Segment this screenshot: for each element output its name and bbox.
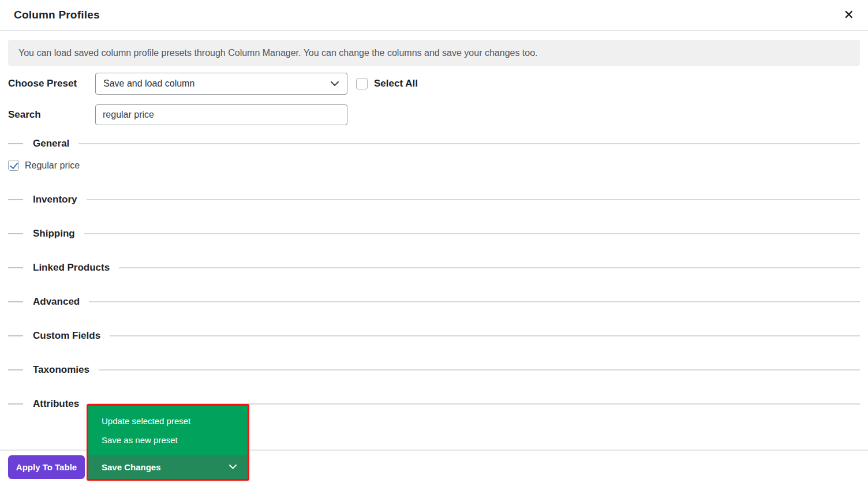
menu-item-save-as-new-preset[interactable]: Save as new preset (88, 435, 248, 445)
section-advanced: Advanced (8, 295, 860, 309)
checkbox-unchecked-icon[interactable] (356, 78, 368, 89)
close-icon[interactable]: ✕ (844, 9, 854, 21)
section-title: Inventory (33, 194, 77, 205)
select-all-checkbox[interactable]: Select All (356, 78, 418, 89)
save-changes-button[interactable]: Save Changes (88, 455, 248, 479)
search-label: Search (8, 109, 95, 121)
section-general: General (8, 137, 860, 151)
section-title: Advanced (33, 296, 80, 308)
search-row: Search (8, 104, 860, 125)
save-changes-label: Save Changes (102, 462, 161, 472)
info-banner: You can load saved column profile preset… (8, 40, 860, 66)
save-menu-items: Update selected preset Save as new prese… (88, 406, 248, 455)
section-title: Linked Products (33, 262, 110, 274)
search-input[interactable] (95, 104, 347, 125)
modal-body: You can load saved column profile preset… (0, 40, 868, 411)
apply-to-table-button[interactable]: Apply To Table (8, 455, 85, 479)
section-shipping: Shipping (8, 227, 860, 241)
preset-select-value: Save and load column (103, 78, 194, 89)
modal-header: Column Profiles ✕ (0, 0, 868, 31)
menu-item-update-selected-preset[interactable]: Update selected preset (88, 416, 248, 426)
save-changes-menu: Update selected preset Save as new prese… (87, 404, 249, 481)
section-title: General (33, 138, 69, 149)
checkbox-checked-icon[interactable] (8, 160, 19, 171)
section-custom-fields: Custom Fields (8, 329, 860, 343)
chevron-down-icon (229, 465, 237, 470)
section-taxonomies: Taxonomies (8, 363, 860, 377)
section-title: Taxonomies (33, 364, 89, 376)
chevron-down-icon (331, 81, 339, 87)
section-title: Custom Fields (33, 330, 100, 342)
page-title: Column Profiles (14, 9, 100, 21)
info-banner-text: You can load saved column profile preset… (18, 48, 538, 58)
preset-select[interactable]: Save and load column (95, 73, 347, 95)
field-regular-price[interactable]: Regular price (8, 160, 860, 171)
section-title: Attributes (33, 398, 79, 410)
choose-preset-label: Choose Preset (8, 78, 95, 89)
section-title: Shipping (33, 228, 75, 239)
section-linked-products: Linked Products (8, 261, 860, 275)
field-label: Regular price (25, 160, 80, 171)
section-inventory: Inventory (8, 193, 860, 207)
select-all-label: Select All (374, 78, 418, 89)
choose-preset-row: Choose Preset Save and load column Selec… (8, 73, 860, 95)
